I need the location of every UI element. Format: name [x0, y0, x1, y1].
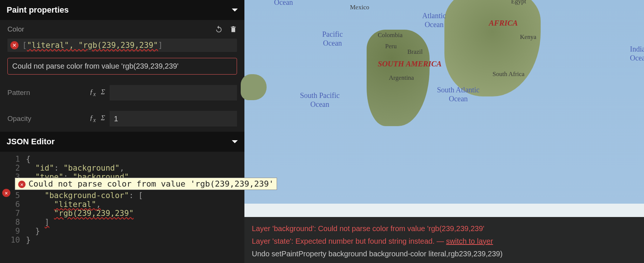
color-expression-input[interactable]: ✕ ["literal", "rgb(239,239,239"] [7, 39, 237, 52]
color-expression-text: ["literal", "rgb(239,239,239"] [22, 41, 163, 50]
paint-properties-title: Paint properties [7, 5, 69, 15]
fx-icon[interactable]: ƒx [90, 88, 96, 98]
code-text: "literal", [26, 200, 101, 209]
console-error-text: Layer 'state': Expected number but found… [252, 237, 446, 245]
editor-error-tooltip: ✕Could not parse color from value 'rgb(2… [15, 178, 277, 190]
map-label-kenya: Kenya [520, 33, 536, 41]
map-label-brazil: Brazil [407, 48, 423, 56]
line-number: 7 [0, 209, 26, 218]
map-label-indian: Indian Ocean [630, 45, 644, 67]
code-text: } [26, 236, 31, 244]
map-label-south-pacific: South Pacific Ocean [300, 91, 340, 109]
nz-shape [241, 74, 267, 100]
line-number: 10 [0, 236, 26, 244]
code-text: "rgb(239,239,239" [26, 209, 134, 218]
map-label-colombia: Colombia [378, 32, 403, 39]
paint-properties-header[interactable]: Paint properties [0, 0, 244, 20]
console-info-line: Undo setPaintProperty background backgro… [252, 247, 637, 260]
sigma-icon[interactable]: Σ [101, 88, 105, 98]
color-error-message: Could not parse color from value 'rgb(23… [7, 58, 237, 75]
pattern-property-row: Pattern ƒxΣ [0, 80, 244, 106]
tooltip-text: Could not parse color from value 'rgb(23… [29, 179, 274, 188]
map-label-south-america: SOUTH AMERICA [378, 59, 442, 69]
map-label-mexico: Mexico [350, 4, 369, 11]
map-label-peru: Peru [385, 43, 397, 50]
code-text: } [26, 227, 40, 236]
map-label-egypt: Egypt [511, 0, 526, 5]
color-label: Color [7, 25, 24, 33]
switch-to-layer-link[interactable]: switch to layer [446, 237, 493, 245]
error-icon: ✕ [10, 41, 19, 49]
opacity-input[interactable] [110, 111, 237, 126]
map-preview[interactable]: Ocean Mexico Atlantic Ocean Egypt Pacifi… [244, 0, 644, 263]
error-icon: ✕ [18, 181, 26, 188]
trash-icon[interactable] [230, 25, 237, 33]
left-panel: Paint properties Color ✕ ["literal", "rg… [0, 0, 244, 263]
map-label-argentina: Argentina [389, 74, 414, 82]
undo-icon[interactable] [215, 25, 223, 33]
map-label-south-africa: South Africa [493, 70, 524, 78]
console-error-line: Layer 'state': Expected number but found… [252, 235, 637, 247]
pattern-input[interactable] [110, 85, 237, 101]
line-number: 1 [0, 155, 26, 164]
color-property-row: Color [0, 20, 244, 35]
pattern-label: Pattern [7, 89, 85, 97]
line-number: 2 [0, 164, 26, 172]
map-label-south-atlantic: South Atlantic Ocean [437, 85, 480, 103]
map-label-africa: AFRICA [489, 19, 518, 28]
map-label-pacific: Pacific Ocean [322, 30, 343, 47]
chevron-down-icon [232, 9, 238, 11]
json-editor-header[interactable]: JSON Editor [0, 132, 244, 152]
line-number: 6 [0, 200, 26, 209]
map-label-ocean: Ocean [274, 0, 293, 7]
json-editor-title: JSON Editor [7, 137, 55, 147]
chevron-down-icon [232, 140, 238, 143]
console-error-line: Layer 'background': Could not parse colo… [252, 222, 637, 235]
sigma-icon[interactable]: Σ [101, 114, 105, 124]
opacity-property-row: Opacity ƒxΣ [0, 106, 244, 132]
line-number: 9 [0, 227, 26, 236]
fx-icon[interactable]: ƒx [90, 114, 96, 124]
map-label-atlantic: Atlantic Ocean [422, 11, 446, 29]
json-editor-body[interactable]: 1{ 2 "id": "background", 3 "type": "back… [0, 152, 244, 263]
code-text: "background-color": [ [26, 191, 143, 200]
code-text: "id": "background", [26, 164, 124, 172]
error-console: Layer 'background': Could not parse colo… [244, 217, 644, 263]
line-number: 8 [0, 218, 26, 227]
code-text: { [26, 155, 31, 164]
opacity-label: Opacity [7, 115, 85, 123]
code-text: ] [26, 218, 49, 227]
gutter-error-icon[interactable]: ✕ [2, 189, 10, 197]
